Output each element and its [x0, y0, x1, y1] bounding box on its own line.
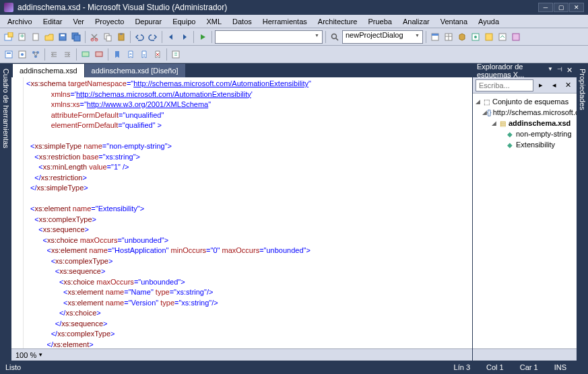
tree-toggle-icon[interactable]: ◢ [490, 120, 498, 126]
show-graph-view-icon[interactable] [30, 48, 42, 61]
bookmark-toggle-icon[interactable] [111, 48, 123, 61]
bookmark-clear-icon[interactable] [152, 48, 164, 61]
outdent-icon[interactable] [48, 48, 60, 61]
cut-icon[interactable] [88, 31, 100, 43]
menubar: Archivo Editar Ver Proyecto Depurar Equi… [0, 15, 588, 28]
start-page-icon[interactable] [469, 31, 482, 43]
zoom-dropdown-icon[interactable]: ▼ [38, 352, 43, 358]
left-tool-gutter: Cuadro de herramientas [0, 63, 11, 361]
menu-datos[interactable]: Datos [228, 16, 257, 27]
new-diagram-icon[interactable] [496, 31, 509, 43]
menu-editar[interactable]: Editar [38, 16, 67, 27]
tree-toggle-icon[interactable]: ◢ [482, 109, 487, 116]
svg-rect-1 [8, 32, 13, 37]
tree-root[interactable]: Conjunto de esquemas [492, 98, 568, 106]
tree-namespace[interactable]: http://schemas.microsoft.c [493, 108, 577, 116]
svg-rect-22 [499, 34, 506, 40]
search-prev-icon[interactable]: ◂ [548, 79, 560, 91]
layer-explorer-icon[interactable] [510, 31, 522, 43]
show-content-model-icon[interactable] [16, 48, 28, 61]
menu-herramientas[interactable]: Herramientas [258, 16, 312, 27]
toolbox-tab[interactable]: Cuadro de herramientas [1, 63, 11, 154]
status-car: Car 1 [520, 363, 538, 371]
menu-proyecto[interactable]: Proyecto [90, 16, 129, 27]
nav-back-icon[interactable] [165, 31, 177, 43]
find-target-combo[interactable]: newProjectDialog [342, 30, 423, 44]
tree-item[interactable]: Extensibility [516, 141, 555, 149]
menu-ayuda[interactable]: Ayuda [473, 16, 504, 27]
menu-architecture[interactable]: Architecture [313, 16, 362, 27]
paste-icon[interactable] [115, 31, 127, 43]
tab-xsd-code[interactable]: addinschema.xsd [13, 64, 84, 77]
new-project-icon[interactable] [3, 31, 15, 43]
find-icon[interactable] [329, 31, 341, 43]
close-button[interactable]: ✕ [569, 3, 584, 12]
menu-depurar[interactable]: Depurar [130, 16, 166, 27]
svg-rect-4 [33, 34, 38, 40]
schemaset-icon: ⬚ [482, 98, 491, 106]
zoom-level[interactable]: 100 % [15, 351, 36, 359]
svg-point-15 [332, 34, 337, 38]
main-area: Cuadro de herramientas addinschema.xsd a… [0, 63, 588, 361]
svg-rect-17 [432, 34, 438, 36]
toolbar-row-1: + newProjectDialog [0, 28, 588, 46]
extensions-icon[interactable] [483, 31, 495, 43]
uncomment-icon[interactable] [93, 48, 105, 61]
indent-icon[interactable] [61, 48, 73, 61]
panel-dropdown-icon[interactable]: ▼ [548, 66, 553, 75]
tab-xsd-design[interactable]: addinschema.xsd [Diseño] [85, 64, 185, 77]
menu-ventana[interactable]: Ventana [436, 16, 472, 27]
schema-explorer-panel: Explorador de esquemas X... ▼ ⊣ ✕ ▸ ◂ ✕ … [472, 63, 577, 361]
config-combo[interactable] [215, 30, 323, 44]
properties-window-icon[interactable] [443, 31, 455, 43]
menu-archivo[interactable]: Archivo [3, 16, 37, 27]
toolbox-window-icon[interactable] [456, 31, 468, 43]
tree-toggle-icon[interactable]: ◢ [474, 98, 482, 105]
properties-tab[interactable]: Propiedades [577, 63, 588, 116]
simpletype-icon: ◆ [505, 130, 515, 138]
new-file-icon[interactable] [30, 31, 42, 43]
show-start-view-icon[interactable] [3, 48, 15, 61]
nav-fwd-icon[interactable] [178, 31, 191, 43]
panel-pin-icon[interactable]: ⊣ [557, 66, 562, 75]
svg-rect-14 [120, 33, 123, 35]
panel-close-icon[interactable]: ✕ [566, 66, 573, 75]
xsd-file-icon: ▤ [498, 119, 507, 127]
right-tool-gutter: Propiedades [577, 63, 588, 361]
comment-icon[interactable] [79, 48, 92, 61]
schema-search-input[interactable] [476, 79, 533, 91]
status-ins: INS [554, 363, 566, 371]
menu-xml[interactable]: XML [201, 16, 226, 27]
save-icon[interactable] [57, 31, 69, 43]
menu-analizar[interactable]: Analizar [398, 16, 434, 27]
bookmark-next-icon[interactable] [138, 48, 150, 61]
maximize-button[interactable]: ▢ [554, 3, 568, 12]
tree-file[interactable]: addinschema.xsd [509, 119, 570, 127]
save-all-icon[interactable] [70, 31, 82, 43]
svg-rect-33 [172, 51, 179, 58]
outline-gutter[interactable] [11, 77, 24, 348]
open-icon[interactable] [43, 31, 55, 43]
menu-equipo[interactable]: Equipo [168, 16, 200, 27]
schema-tree[interactable]: ◢⬚Conjunto de esquemas ◢{}http://schemas… [473, 94, 577, 348]
zoom-bar: 100 % ▼ [11, 348, 472, 361]
schema-explorer-icon[interactable] [170, 48, 182, 61]
start-debug-icon[interactable] [197, 31, 209, 43]
svg-rect-21 [486, 34, 492, 40]
menu-ver[interactable]: Ver [68, 16, 89, 27]
statusbar: Listo Lín 3 Col 1 Car 1 INS [0, 361, 588, 374]
menu-prueba[interactable]: Prueba [364, 16, 397, 27]
search-go-icon[interactable]: ▸ [535, 79, 547, 91]
add-item-icon[interactable]: + [16, 31, 28, 43]
search-clear-icon[interactable]: ✕ [562, 79, 574, 91]
svg-rect-24 [5, 51, 12, 58]
redo-icon[interactable] [147, 31, 159, 43]
tree-item[interactable]: non-empty-string [516, 130, 572, 138]
undo-icon[interactable] [133, 31, 145, 43]
minimize-button[interactable]: ─ [538, 3, 553, 12]
document-tabs: addinschema.xsd addinschema.xsd [Diseño] [11, 63, 472, 77]
copy-icon[interactable] [102, 31, 114, 43]
bookmark-prev-icon[interactable] [125, 48, 137, 61]
code-editor[interactable]: <xs:schema targetNamespace="http://schem… [24, 77, 472, 348]
solution-explorer-icon[interactable] [429, 31, 441, 43]
